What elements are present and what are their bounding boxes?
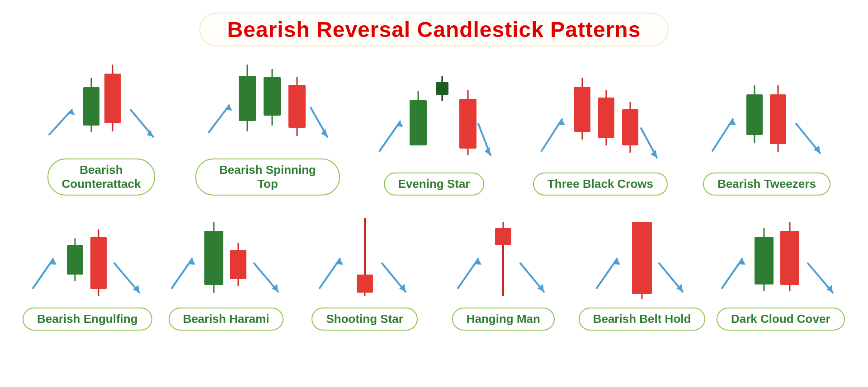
svg-rect-3 xyxy=(83,87,99,126)
svg-marker-24 xyxy=(396,121,403,127)
svg-rect-51 xyxy=(746,94,763,135)
pattern-bearish-spinning-top: Bearish Spinning Top xyxy=(195,51,340,196)
svg-rect-19 xyxy=(288,85,306,128)
label-shooting-star: Shooting Star xyxy=(311,308,417,331)
pattern-bearish-belt-hold: Bearish Belt Hold xyxy=(573,200,712,331)
pattern-row-1: BearishCounterattack xyxy=(18,51,850,200)
candle-area-bearish-belt-hold xyxy=(583,200,701,304)
candle-svg-evening-star xyxy=(375,65,493,169)
candle-svg-bearish-counterattack xyxy=(42,51,160,155)
svg-marker-99 xyxy=(738,259,745,265)
svg-rect-54 xyxy=(770,94,786,144)
label-bearish-engulfing: Bearish Engulfing xyxy=(23,308,152,331)
svg-marker-11 xyxy=(225,105,232,111)
candle-area-bearish-tweezers xyxy=(708,65,826,169)
title-oval: Bearish Reversal Candlestick Patterns xyxy=(199,13,669,47)
label-bearish-spinning-top: Bearish Spinning Top xyxy=(195,159,340,196)
svg-rect-38 xyxy=(574,87,590,132)
page: Bearish Reversal Candlestick Patterns xyxy=(0,0,868,387)
candle-svg-bearish-tweezers xyxy=(708,65,826,169)
candle-svg-shooting-star xyxy=(315,209,415,304)
candle-area-hanging-man xyxy=(444,200,562,304)
candle-svg-dark-cloud-cover xyxy=(717,209,844,304)
svg-marker-86 xyxy=(474,259,481,265)
candle-area-bearish-counterattack xyxy=(42,51,160,155)
title-section: Bearish Reversal Candlestick Patterns xyxy=(0,0,868,47)
label-hanging-man: Hanging Man xyxy=(452,308,555,331)
page-title: Bearish Reversal Candlestick Patterns xyxy=(227,18,641,42)
svg-marker-36 xyxy=(557,119,565,125)
svg-rect-44 xyxy=(622,109,638,145)
label-bearish-harami: Bearish Harami xyxy=(169,308,284,331)
pattern-row-2: Bearish Engulfing xyxy=(18,200,850,335)
label-bearish-counterattack: BearishCounterattack xyxy=(47,159,156,196)
pattern-bearish-engulfing: Bearish Engulfing xyxy=(18,200,157,331)
candle-svg-bearish-belt-hold xyxy=(592,209,692,304)
pattern-bearish-harami: Bearish Harami xyxy=(157,200,296,331)
candle-area-three-black-crows xyxy=(542,65,659,169)
label-dark-cloud-cover: Dark Cloud Cover xyxy=(717,308,845,331)
candle-svg-bearish-harami xyxy=(167,209,285,304)
label-bearish-belt-hold: Bearish Belt Hold xyxy=(579,308,706,331)
pattern-bearish-counterattack: BearishCounterattack xyxy=(29,51,174,196)
candle-area-dark-cloud-cover xyxy=(722,200,840,304)
candle-area-bearish-harami xyxy=(167,200,285,304)
svg-rect-101 xyxy=(755,237,774,284)
svg-marker-59 xyxy=(49,259,57,265)
pattern-bearish-tweezers: Bearish Tweezers xyxy=(694,65,839,196)
svg-marker-93 xyxy=(613,259,620,265)
svg-rect-74 xyxy=(230,250,246,279)
svg-rect-41 xyxy=(598,98,614,138)
label-evening-star: Evening Star xyxy=(384,173,485,196)
svg-rect-6 xyxy=(104,74,121,123)
svg-rect-81 xyxy=(357,275,373,293)
svg-rect-61 xyxy=(67,245,83,275)
svg-rect-94 xyxy=(632,222,652,294)
candle-svg-three-black-crows xyxy=(537,65,664,169)
pattern-hanging-man: Hanging Man xyxy=(434,200,573,331)
svg-rect-16 xyxy=(264,77,281,116)
svg-rect-104 xyxy=(780,231,799,285)
candle-svg-bearish-engulfing xyxy=(28,209,146,304)
candle-svg-bearish-spinning-top xyxy=(204,51,331,155)
patterns-grid: BearishCounterattack xyxy=(0,51,868,335)
svg-marker-49 xyxy=(728,119,736,125)
svg-marker-79 xyxy=(335,259,343,265)
candle-area-evening-star xyxy=(375,65,493,169)
pattern-three-black-crows: Three Black Crows xyxy=(528,65,673,196)
svg-rect-13 xyxy=(239,76,256,121)
candle-area-bearish-spinning-top xyxy=(209,51,326,155)
candle-area-shooting-star xyxy=(306,200,424,304)
svg-rect-26 xyxy=(410,100,427,145)
svg-rect-71 xyxy=(204,231,223,285)
svg-rect-64 xyxy=(90,237,107,289)
label-three-black-crows: Three Black Crows xyxy=(533,173,668,196)
svg-rect-28 xyxy=(436,82,448,95)
pattern-dark-cloud-cover: Dark Cloud Cover xyxy=(711,200,850,331)
candle-svg-hanging-man xyxy=(453,209,553,304)
svg-rect-88 xyxy=(495,228,511,245)
candle-area-bearish-engulfing xyxy=(28,200,146,304)
svg-marker-69 xyxy=(188,259,195,265)
svg-rect-31 xyxy=(459,99,476,149)
pattern-shooting-star: Shooting Star xyxy=(295,200,434,331)
pattern-evening-star: Evening Star xyxy=(362,65,506,196)
label-bearish-tweezers: Bearish Tweezers xyxy=(703,173,830,196)
